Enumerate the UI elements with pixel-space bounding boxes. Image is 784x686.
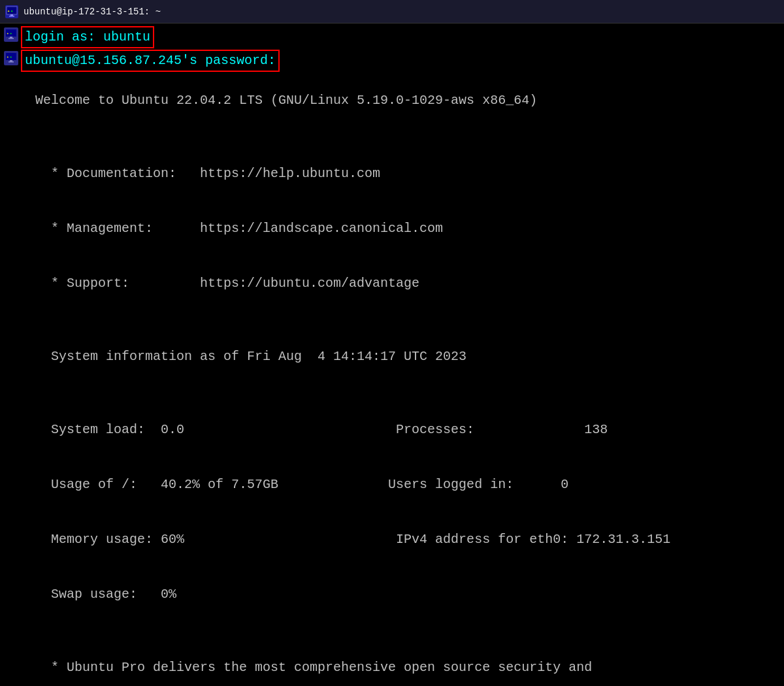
login-text: login as: ubuntu (25, 29, 150, 44)
sysload-label: System load: 0.0 Processes: 138 (35, 422, 608, 437)
welcome-line: Welcome to Ubuntu 22.04.2 LTS (GNU/Linux… (4, 73, 780, 128)
login-icon: ✦ ✦ (4, 27, 18, 48)
svg-rect-19 (10, 60, 12, 61)
login-line: ✦ ✦ login as: ubuntu (4, 26, 780, 48)
blank1 (4, 128, 780, 146)
ubuntupro-line: * Ubuntu Pro delivers the most comprehen… (4, 640, 780, 686)
title-bar-label: ubuntu@ip-172-31-3-151: ~ (24, 7, 161, 17)
svg-text:✦: ✦ (10, 55, 12, 59)
svg-rect-12 (10, 37, 12, 38)
password-highlight-box: ubuntu@15.156.87.245's password: (21, 50, 280, 72)
usage-text: Usage of /: 40.2% of 7.57GB Users logged… (35, 477, 568, 492)
svg-text:✦: ✦ (7, 55, 9, 59)
terminal-body: ✦ ✦ login as: ubuntu ✦ ✦ ubuntu@15.156.8 (0, 24, 784, 686)
svg-text:✦: ✦ (10, 31, 12, 36)
password-text: ubuntu@15.156.87.245's password: (25, 53, 276, 68)
doc-line: * Documentation: https://help.ubuntu.com (4, 146, 780, 201)
terminal-icon: ✦ ✦ (5, 5, 18, 18)
mgmt-line: * Management: https://landscape.canonica… (4, 201, 780, 256)
svg-rect-5 (10, 14, 13, 16)
blank4 (4, 622, 780, 640)
password-line: ✦ ✦ ubuntu@15.156.87.245's password: (4, 50, 780, 72)
svg-rect-20 (8, 61, 14, 63)
welcome-text: Welcome to Ubuntu 22.04.2 LTS (GNU/Linux… (35, 93, 537, 108)
ubuntupro-text: * Ubuntu Pro delivers the most comprehen… (35, 660, 592, 675)
login-highlight-box: login as: ubuntu (21, 26, 154, 48)
mgmt-text: * Management: https://landscape.canonica… (35, 221, 443, 236)
sysload-line: System load: 0.0 Processes: 138 (4, 402, 780, 457)
support-text: * Support: https://ubuntu.com/advantage (35, 276, 419, 291)
sysinfo-line: System information as of Fri Aug 4 14:14… (4, 329, 780, 384)
sysinfo-text: System information as of Fri Aug 4 14:14… (35, 349, 466, 364)
doc-text: * Documentation: https://help.ubuntu.com (35, 166, 380, 181)
memory-line: Memory usage: 60% IPv4 address for eth0:… (4, 512, 780, 567)
swap-text: Swap usage: 0% (35, 587, 176, 602)
usage-line: Usage of /: 40.2% of 7.57GB Users logged… (4, 457, 780, 512)
support-line: * Support: https://ubuntu.com/advantage (4, 256, 780, 311)
blank3 (4, 384, 780, 402)
title-bar: ✦ ✦ ubuntu@ip-172-31-3-151: ~ (0, 0, 784, 24)
blank2 (4, 311, 780, 329)
svg-rect-6 (9, 16, 14, 17)
password-icon: ✦ ✦ (4, 51, 18, 71)
memory-text: Memory usage: 60% IPv4 address for eth0:… (35, 532, 670, 547)
svg-rect-13 (8, 38, 14, 39)
swap-line: Swap usage: 0% (4, 567, 780, 622)
svg-text:✦: ✦ (7, 31, 9, 36)
